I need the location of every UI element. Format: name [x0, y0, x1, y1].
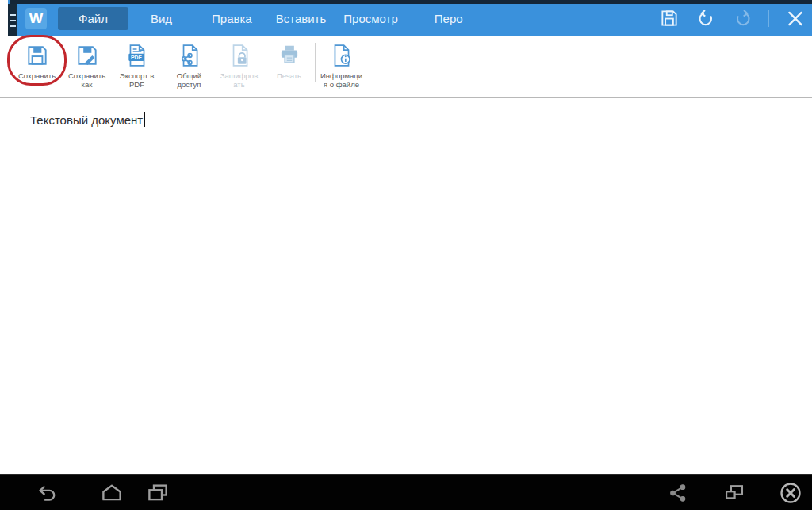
document-text: Текстовый документ [30, 113, 143, 127]
save-button[interactable]: Сохранить [12, 36, 62, 80]
app-logo[interactable]: W [25, 8, 47, 29]
close-circle-icon[interactable] [779, 481, 802, 505]
save-as-button-label: Сохранить как [64, 71, 110, 90]
menu-item-file[interactable]: Файл [58, 7, 128, 30]
titlebar-actions [659, 8, 806, 29]
titlebar-divider [768, 10, 769, 27]
title-bar: W Файл Вид Правка Вставить Просмотр Перо [0, 0, 812, 36]
save-as-button[interactable]: Сохранить как [62, 36, 112, 90]
menu-item-edit[interactable]: Правка [204, 8, 260, 29]
save-as-icon [75, 43, 100, 68]
share-button-label: Общий доступ [167, 71, 213, 90]
text-cursor [144, 112, 145, 127]
pdf-badge-text: PDF [131, 55, 142, 60]
navbar-right-group [666, 481, 802, 505]
share-document-icon [177, 43, 202, 68]
print-button: Печать [264, 36, 314, 80]
top-edge-strip [10, 0, 812, 4]
back-icon[interactable] [34, 481, 58, 505]
print-button-label: Печать [277, 71, 301, 80]
file-info-button-label: Информация о файле [319, 71, 365, 90]
encrypt-document-icon [227, 43, 252, 68]
recent-apps-icon[interactable] [146, 481, 170, 505]
encrypt-button: Зашифровать [214, 36, 264, 90]
encrypt-button-label: Зашифровать [220, 71, 259, 90]
export-pdf-button-label: Экспорт в PDF [114, 71, 160, 90]
menu-item-pen[interactable]: Перо [427, 8, 471, 29]
file-toolbar: Сохранить Сохранить как PDF Экспорт в PD… [0, 36, 812, 98]
undo-icon[interactable] [695, 8, 716, 29]
toolbar-divider [315, 43, 316, 82]
menu-item-insert[interactable]: Вставить [268, 8, 335, 29]
android-nav-bar [0, 474, 812, 510]
share-icon[interactable] [666, 481, 690, 505]
corner-spacer [0, 0, 8, 36]
close-icon[interactable] [785, 8, 806, 29]
menu-item-view[interactable]: Вид [143, 8, 180, 29]
export-pdf-icon: PDF [124, 43, 150, 68]
quick-save-icon[interactable] [659, 8, 680, 29]
save-file-icon [25, 43, 50, 68]
share-button[interactable]: Общий доступ [164, 36, 214, 90]
menu-bar: Файл Вид Правка Вставить Просмотр Перо [47, 7, 471, 30]
file-info-button[interactable]: Информация о файле [316, 36, 366, 90]
redo-icon [732, 8, 753, 29]
print-icon [277, 43, 302, 68]
app-logo-letter: W [29, 10, 44, 27]
menu-item-review[interactable]: Просмотр [335, 8, 406, 29]
drawer-handle-icon[interactable] [8, 4, 17, 36]
save-button-label: Сохранить [18, 71, 56, 80]
file-info-icon [329, 43, 354, 68]
multi-window-icon[interactable] [722, 481, 746, 505]
export-pdf-button[interactable]: PDF Экспорт в PDF [112, 36, 162, 90]
document-canvas[interactable]: Текстовый документ [0, 98, 812, 474]
toolbar-divider [163, 43, 163, 82]
app-window: W Файл Вид Правка Вставить Просмотр Перо [0, 0, 812, 512]
home-icon[interactable] [100, 481, 124, 505]
